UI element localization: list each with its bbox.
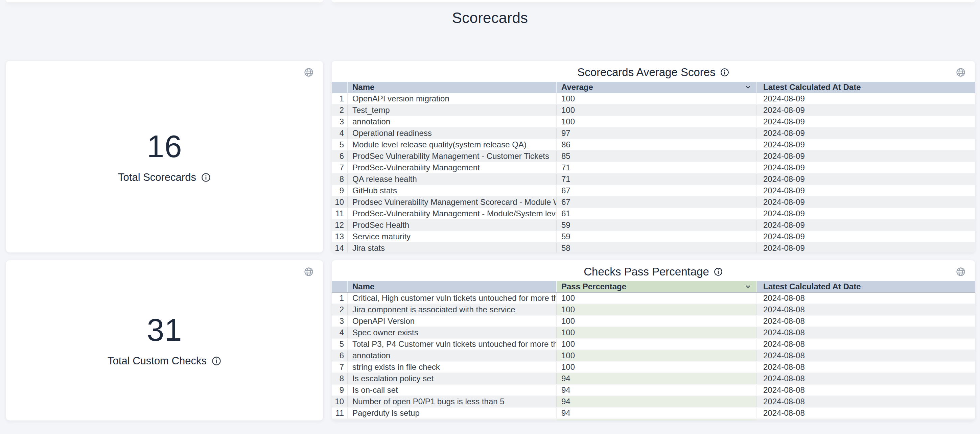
cell-date: 2024-08-08 (756, 339, 975, 350)
table-row[interactable]: 11ProdSec-Vulnerability Management - Mod… (332, 208, 975, 220)
table-row[interactable]: 2Test_temp1002024-08-09 (332, 105, 975, 116)
cell-name: Critical, High customer vuln tickets unt… (347, 293, 556, 304)
page-title: Scorecards (0, 9, 980, 27)
cell-value: 94 (556, 373, 756, 384)
column-header-value-label: Average (562, 83, 593, 92)
info-icon[interactable] (714, 267, 723, 277)
table-row[interactable]: 1Critical, High customer vuln tickets un… (332, 293, 975, 304)
cell-name: Jira stats (347, 243, 556, 253)
info-icon[interactable] (212, 356, 221, 366)
table-row[interactable]: 8Is escalation policy set942024-08-08 (332, 373, 975, 385)
table-row[interactable]: 9GitHub stats672024-08-09 (332, 185, 975, 197)
cell-name: ProdSec-Vulnerability Management (347, 162, 556, 173)
chevron-down-icon[interactable] (744, 283, 752, 290)
cell-name: Prodsec Vulnerability Management Scoreca… (347, 197, 556, 208)
cell-index: 4 (332, 128, 347, 138)
cell-index: 3 (332, 316, 347, 326)
column-header-date[interactable]: Latest Calculated At Date (756, 281, 975, 292)
cell-value: 71 (556, 174, 756, 184)
globe-icon[interactable] (955, 67, 966, 78)
cell-index: 2 (332, 304, 347, 315)
table-body: 1OpenAPI version migration1002024-08-092… (332, 93, 975, 253)
table-row[interactable]: 14Jira stats582024-08-09 (332, 243, 975, 253)
cell-index: 11 (332, 408, 347, 418)
cell-name: ProdSec Health (347, 220, 556, 231)
cell-date: 2024-08-08 (756, 373, 975, 384)
cell-date: 2024-08-08 (756, 408, 975, 418)
column-header-name[interactable]: Name (347, 281, 556, 292)
cell-value: 86 (556, 139, 756, 150)
cell-index: 10 (332, 396, 347, 407)
info-icon[interactable] (720, 68, 729, 77)
cell-name: OpenAPI version migration (347, 93, 556, 104)
cell-index: 14 (332, 243, 347, 253)
table-row[interactable]: 4Operational readiness972024-08-09 (332, 128, 975, 139)
cell-name: string exists in file check (347, 362, 556, 372)
table-title: Checks Pass Percentage (584, 265, 709, 278)
cell-date: 2024-08-09 (756, 139, 975, 150)
cell-name: annotation (347, 350, 556, 361)
cell-date: 2024-08-09 (756, 185, 975, 196)
cell-index: 3 (332, 116, 347, 127)
table-row[interactable]: 2Jira component is associated with the s… (332, 304, 975, 316)
cell-date: 2024-08-08 (756, 316, 975, 326)
stat-label: Total Custom Checks (108, 355, 207, 367)
cell-value: 59 (556, 231, 756, 242)
column-header-value[interactable]: Pass Percentage (556, 281, 756, 292)
table-row[interactable]: 7string exists in file check1002024-08-0… (332, 362, 975, 373)
table-row[interactable]: 12ProdSec Health592024-08-09 (332, 220, 975, 231)
info-icon[interactable] (201, 172, 211, 183)
cell-name: Test_temp (347, 105, 556, 116)
cell-index: 1 (332, 293, 347, 304)
table-card-scorecards-average-scores: Scorecards Average Scores Name Average L… (332, 61, 975, 253)
cell-date: 2024-08-08 (756, 385, 975, 396)
cell-index: 5 (332, 339, 347, 350)
cell-index: 11 (332, 208, 347, 219)
table-row[interactable]: 3OpenAPI Version1002024-08-08 (332, 316, 975, 327)
cell-date: 2024-08-09 (756, 162, 975, 173)
table-row[interactable]: 8QA release health712024-08-09 (332, 174, 975, 185)
globe-icon[interactable] (303, 266, 314, 277)
dashboard-grid: 16 Total Scorecards Scorecards Average S… (0, 61, 980, 420)
stat-label: Total Scorecards (118, 172, 196, 184)
cell-index: 1 (332, 93, 347, 104)
table-row[interactable]: 9Is on-call set942024-08-08 (332, 385, 975, 396)
column-header-value[interactable]: Average (556, 82, 756, 92)
table-row[interactable]: 5Module level release quality(system rel… (332, 139, 975, 151)
table-row[interactable]: 5Total P3, P4 Customer vuln tickets unto… (332, 339, 975, 350)
table-row[interactable]: 3annotation1002024-08-09 (332, 116, 975, 128)
column-header-index (332, 281, 347, 292)
cell-date: 2024-08-09 (756, 231, 975, 242)
chevron-down-icon[interactable] (744, 83, 752, 91)
table-row[interactable]: 10Prodsec Vulnerability Management Score… (332, 197, 975, 208)
table-row[interactable]: 7ProdSec-Vulnerability Management712024-… (332, 162, 975, 174)
cell-index: 8 (332, 373, 347, 384)
cell-value: 85 (556, 151, 756, 162)
cell-date: 2024-08-08 (756, 396, 975, 407)
cell-name: QA release health (347, 174, 556, 184)
column-header-date[interactable]: Latest Calculated At Date (756, 82, 975, 92)
table-row[interactable]: 1OpenAPI version migration1002024-08-09 (332, 93, 975, 105)
cell-date: 2024-08-09 (756, 105, 975, 116)
cell-name: Total P3, P4 Customer vuln tickets untou… (347, 339, 556, 350)
globe-icon[interactable] (955, 266, 966, 277)
cell-date: 2024-08-08 (756, 327, 975, 338)
column-header-name[interactable]: Name (347, 82, 556, 92)
cell-value: 59 (556, 220, 756, 231)
cell-value: 67 (556, 185, 756, 196)
cell-date: 2024-08-09 (756, 128, 975, 138)
globe-icon[interactable] (303, 67, 314, 78)
table-row[interactable]: 11Pagerduty is setup942024-08-08 (332, 408, 975, 419)
cell-value: 100 (556, 93, 756, 104)
table-row[interactable]: 6ProdSec Vulnerability Management - Cust… (332, 151, 975, 162)
table-row[interactable]: 13Service maturity592024-08-09 (332, 231, 975, 243)
cell-value: 100 (556, 105, 756, 116)
cell-index: 7 (332, 362, 347, 372)
cell-value: 100 (556, 362, 756, 372)
cell-date: 2024-08-08 (756, 362, 975, 372)
table-row[interactable]: 4Spec owner exists1002024-08-08 (332, 327, 975, 339)
cell-name: Module level release quality(system rele… (347, 139, 556, 150)
table-row[interactable]: 10Number of open P0/P1 bugs is less than… (332, 396, 975, 408)
cell-value: 67 (556, 197, 756, 208)
table-row[interactable]: 6annotation1002024-08-08 (332, 350, 975, 362)
